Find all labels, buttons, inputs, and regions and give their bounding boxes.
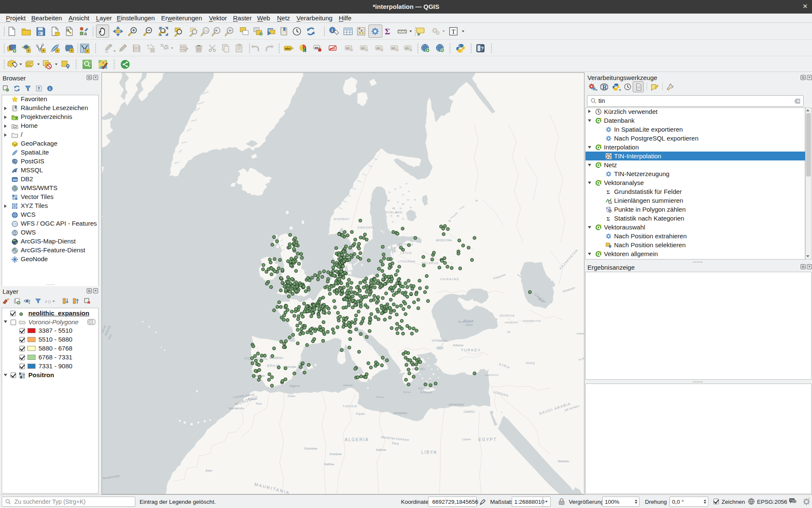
svg-text:i: i <box>332 28 333 33</box>
svg-text:a: a <box>84 31 87 36</box>
svg-text:ab: ab <box>405 46 409 50</box>
svg-text:ab: ab <box>392 46 395 50</box>
svg-text:Σ: Σ <box>606 215 610 222</box>
svg-text:Σ: Σ <box>385 27 390 36</box>
svg-text:ε: ε <box>45 298 47 304</box>
svg-text:1:1: 1:1 <box>204 29 208 32</box>
svg-text:i: i <box>49 86 50 91</box>
svg-text:T: T <box>452 28 455 35</box>
svg-text:R: R <box>602 84 607 91</box>
svg-text:Σ: Σ <box>606 189 610 195</box>
svg-text:ab: ab <box>315 46 318 50</box>
svg-text:abc: abc <box>285 47 291 50</box>
svg-text:ab: ab <box>361 46 365 50</box>
svg-text:ab: ab <box>346 46 350 50</box>
svg-text:ab: ab <box>376 46 380 50</box>
svg-text:DB2: DB2 <box>13 179 17 181</box>
svg-text:?: ? <box>481 46 484 52</box>
